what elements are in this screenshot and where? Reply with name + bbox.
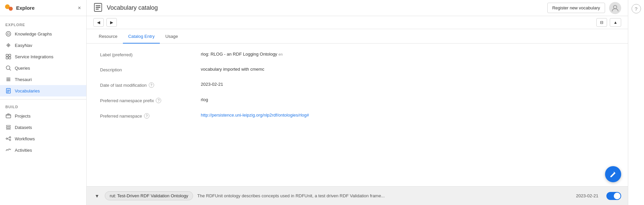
svg-rect-7 <box>6 57 8 59</box>
vocabulary-catalog-icon <box>93 3 103 12</box>
tab-catalog-entry[interactable]: Catalog Entry <box>123 29 160 44</box>
logo-icon <box>4 3 13 13</box>
easynav-icon <box>5 42 11 48</box>
toolbar-forward-button[interactable]: ▶ <box>106 18 117 27</box>
page-title: Vocabulary catalog <box>107 4 547 11</box>
field-label-text-prefix: Preferred namespace prefix <box>100 98 154 103</box>
field-label-date-modification: Date of last modification ? <box>100 82 194 88</box>
svg-rect-19 <box>6 125 10 126</box>
sidebar-divider <box>0 99 86 99</box>
toggle-knob <box>614 193 620 199</box>
sidebar-item-queries[interactable]: Queries <box>0 62 86 74</box>
svg-rect-12 <box>6 79 10 80</box>
main-card: Resource Catalog Entry Usage Label (pref… <box>87 29 628 186</box>
sidebar-item-label-thesauri: Thesauri <box>15 77 32 82</box>
field-value-date-modification: 2023-02-21 <box>201 82 614 87</box>
collapse-button[interactable]: ▼ <box>93 192 101 200</box>
svg-rect-16 <box>7 91 10 91</box>
sidebar-item-label-easynav: EasyNav <box>15 43 32 48</box>
fab-container <box>87 162 628 186</box>
explore-section-label: EXPLORE <box>0 20 86 28</box>
fields-area: Label (preferred) rlog: RLOG - an RDF Lo… <box>87 44 628 162</box>
sidebar-item-activities[interactable]: Activities <box>0 144 86 156</box>
field-label-text-date: Date of last modification <box>100 83 147 88</box>
field-row-namespace-prefix: Preferred namespace prefix ? rlog <box>100 97 614 103</box>
content-area: Resource Catalog Entry Usage Label (pref… <box>87 29 628 186</box>
workflows-icon <box>5 136 11 142</box>
sidebar-item-thesauri[interactable]: Thesauri <box>0 74 86 85</box>
svg-rect-13 <box>6 80 10 81</box>
svg-rect-15 <box>7 90 10 90</box>
svg-point-4 <box>8 45 9 46</box>
sidebar-item-label-knowledge-graphs: Knowledge Graphs <box>15 31 52 37</box>
toolbar-back-button[interactable]: ◀ <box>93 18 104 27</box>
field-label-text-description: Description <box>100 67 122 72</box>
sidebar-item-vocabularies[interactable]: Vocabularies <box>0 85 86 96</box>
toggle-switch[interactable] <box>606 192 621 200</box>
build-section-label: BUILD <box>0 102 86 110</box>
datasets-icon <box>5 124 11 130</box>
projects-icon <box>5 113 11 119</box>
field-label-namespace-prefix: Preferred namespace prefix ? <box>100 97 194 103</box>
svg-line-26 <box>7 139 9 140</box>
sidebar-item-label-datasets: Datasets <box>15 125 32 130</box>
service-integrations-icon <box>5 54 11 60</box>
sidebar-item-projects[interactable]: Projects <box>0 110 86 122</box>
field-value-namespace[interactable]: http://persistence.uni-leipzig.org/nlp2r… <box>201 113 614 118</box>
edit-fab-button[interactable] <box>605 166 621 182</box>
sidebar: Explore × EXPLORE Knowledge Graphs EasyN… <box>0 0 87 205</box>
sidebar-item-label-service-integrations: Service Integrations <box>15 54 53 59</box>
svg-point-1 <box>9 7 13 11</box>
vocabularies-icon <box>5 88 11 94</box>
svg-point-2 <box>6 31 11 36</box>
svg-rect-30 <box>96 9 99 10</box>
bottom-row: ▼ rut: Test-Driven RDF Validation Ontolo… <box>87 186 628 205</box>
tab-resource[interactable]: Resource <box>93 29 123 44</box>
knowledge-graphs-icon <box>5 31 11 37</box>
help-icon-date[interactable]: ? <box>149 82 154 88</box>
field-label-label-preferred: Label (preferred) <box>100 52 194 57</box>
toolbar-expand-button[interactable]: ▲ <box>610 18 621 27</box>
field-label-text-namespace: Preferred namespace <box>100 114 142 119</box>
sidebar-nav: EXPLORE Knowledge Graphs EasyNav Service… <box>0 16 86 205</box>
svg-rect-11 <box>6 78 10 78</box>
sidebar-item-datasets[interactable]: Datasets <box>0 122 86 133</box>
sidebar-item-service-integrations[interactable]: Service Integrations <box>0 51 86 62</box>
help-button[interactable]: ? <box>632 4 641 13</box>
field-row-namespace: Preferred namespace ? http://persistence… <box>100 113 614 119</box>
sidebar-item-knowledge-graphs[interactable]: Knowledge Graphs <box>0 28 86 40</box>
field-value-label-preferred: rlog: RLOG - an RDF Logging Ontologyen <box>201 52 614 57</box>
field-row-date-modification: Date of last modification ? 2023-02-21 <box>100 82 614 88</box>
svg-point-31 <box>613 5 617 9</box>
svg-line-10 <box>9 69 11 70</box>
sidebar-header: Explore × <box>0 0 86 16</box>
svg-rect-8 <box>9 57 11 59</box>
svg-rect-29 <box>96 7 100 8</box>
tab-usage[interactable]: Usage <box>160 29 183 44</box>
svg-point-3 <box>7 33 9 35</box>
svg-rect-18 <box>6 115 11 118</box>
field-row-description: Description vocabulary imported with cme… <box>100 67 614 72</box>
field-label-namespace: Preferred namespace ? <box>100 113 194 119</box>
sidebar-item-label-queries: Queries <box>15 66 30 71</box>
svg-point-24 <box>9 139 11 141</box>
bottom-date: 2023-02-21 <box>576 193 599 198</box>
field-value-namespace-prefix: rlog <box>201 97 614 102</box>
activities-icon <box>5 147 11 153</box>
tabs-bar: Resource Catalog Entry Usage <box>87 29 628 44</box>
close-sidebar-button[interactable]: × <box>77 4 82 12</box>
right-help-panel: ? <box>628 0 644 205</box>
sidebar-item-easynav[interactable]: EasyNav <box>0 40 86 51</box>
tag-chip: rut: Test-Driven RDF Validation Ontology <box>105 191 193 200</box>
user-avatar[interactable] <box>609 2 621 14</box>
sidebar-item-workflows[interactable]: Workflows <box>0 133 86 144</box>
svg-rect-28 <box>96 5 100 6</box>
help-icon-namespace[interactable]: ? <box>144 113 149 119</box>
toolbar-row: ◀ ▶ ⊟ ▲ <box>87 16 628 29</box>
sidebar-item-label-vocabularies: Vocabularies <box>15 88 40 93</box>
toolbar-collapse-button[interactable]: ⊟ <box>596 18 607 27</box>
field-label-description: Description <box>100 67 194 72</box>
help-icon-prefix[interactable]: ? <box>156 98 161 103</box>
register-vocabulary-button[interactable]: Register new vocabulary <box>547 3 605 13</box>
header-bar: Vocabulary catalog Register new vocabula… <box>87 0 628 16</box>
